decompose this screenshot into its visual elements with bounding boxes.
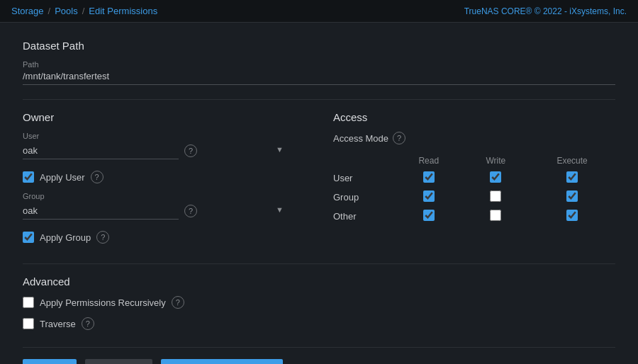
access-other-execute-checkbox[interactable]: [566, 210, 578, 221]
main-content: Dataset Path Path /mnt/tank/transfertest…: [0, 23, 638, 364]
access-other-read-cell: [395, 207, 462, 226]
topbar-truenas-info: TrueNAS CORE® © 2022 - iXsystems, Inc.: [464, 6, 627, 16]
access-mode-text: Access Mode: [333, 133, 388, 144]
group-dropdown-field: ▼ ?: [23, 203, 305, 220]
apply-group-label: Apply Group: [40, 232, 91, 243]
advanced-title: Advanced: [23, 275, 615, 288]
access-group-read-cell: [395, 188, 462, 207]
apply-user-row: Apply User ?: [23, 171, 305, 183]
access-group-execute-checkbox[interactable]: [566, 190, 578, 202]
use-acl-manager-button[interactable]: USE ACL MANAGER: [161, 359, 282, 364]
access-table-row: Other: [333, 207, 615, 226]
group-dropdown-arrow-icon: ▼: [276, 205, 284, 214]
access-user-read-cell: [395, 169, 462, 188]
breadcrumb-sep2: /: [82, 6, 85, 16]
user-dropdown-field: ▼ ?: [23, 142, 305, 159]
access-mode-help-icon[interactable]: ?: [393, 132, 405, 144]
access-row-label-other: Other: [333, 207, 395, 226]
apply-permissions-recursively-row: Apply Permissions Recursively ?: [23, 296, 615, 309]
traverse-checkbox[interactable]: [23, 318, 34, 329]
owner-title: Owner: [23, 111, 305, 123]
access-group-write-checkbox[interactable]: [490, 190, 501, 202]
access-other-write-cell: [462, 207, 529, 226]
access-group-read-checkbox[interactable]: [423, 190, 435, 202]
access-other-execute-cell: [529, 207, 615, 226]
user-help-icon[interactable]: ?: [184, 144, 197, 157]
access-row-label-group: Group: [333, 188, 395, 207]
path-value: /mnt/tank/transfertest: [23, 71, 615, 85]
access-table: Read Write Execute UserGroupOther: [333, 153, 615, 226]
access-user-write-checkbox[interactable]: [490, 171, 501, 183]
access-mode-label-row: Access Mode ?: [333, 132, 615, 144]
access-user-read-checkbox[interactable]: [423, 171, 435, 183]
apply-group-checkbox[interactable]: [23, 232, 34, 243]
breadcrumb-sep1: /: [48, 6, 51, 16]
access-row-label-user: User: [333, 169, 395, 188]
divider-2: [23, 263, 615, 264]
col-execute-header: Execute: [529, 153, 615, 169]
apply-permissions-recursively-help-icon[interactable]: ?: [172, 296, 184, 309]
owner-section: Owner User ▼ ? Apply User ? Group ▼: [23, 111, 305, 252]
access-group-write-cell: [462, 188, 529, 207]
traverse-row: Traverse ?: [23, 317, 615, 330]
access-section: Access Access Mode ? Read Write Execute …: [333, 111, 615, 252]
user-input[interactable]: [23, 142, 179, 159]
col-write-header: Write: [462, 153, 529, 169]
group-field-group: Group ▼ ?: [23, 192, 305, 220]
traverse-help-icon[interactable]: ?: [82, 317, 94, 330]
breadcrumb: Storage / Pools / Edit Permissions: [11, 6, 157, 16]
access-title: Access: [333, 111, 615, 123]
col-empty: [333, 153, 395, 169]
path-field: Path /mnt/tank/transfertest: [23, 60, 615, 85]
access-other-read-checkbox[interactable]: [423, 210, 435, 221]
apply-group-row: Apply Group ?: [23, 231, 305, 244]
breadcrumb-current: Edit Permissions: [89, 6, 157, 16]
dataset-path-title: Dataset Path: [23, 40, 615, 52]
advanced-section: Advanced Apply Permissions Recursively ?…: [23, 275, 615, 330]
owner-access-columns: Owner User ▼ ? Apply User ? Group ▼: [23, 111, 615, 252]
topbar: Storage / Pools / Edit Permissions TrueN…: [0, 0, 638, 23]
divider-1: [23, 99, 615, 100]
access-table-row: User: [333, 169, 615, 188]
access-user-execute-cell: [529, 169, 615, 188]
apply-user-label: Apply User: [40, 172, 85, 183]
dataset-path-section: Dataset Path Path /mnt/tank/transfertest: [23, 40, 615, 85]
group-input[interactable]: [23, 203, 179, 220]
access-user-write-cell: [462, 169, 529, 188]
apply-permissions-recursively-checkbox[interactable]: [23, 297, 34, 308]
access-table-row: Group: [333, 188, 615, 207]
group-help-icon[interactable]: ?: [184, 205, 197, 217]
apply-user-help-icon[interactable]: ?: [91, 171, 103, 183]
access-user-execute-checkbox[interactable]: [566, 171, 578, 183]
group-label: Group: [23, 192, 305, 200]
access-other-write-checkbox[interactable]: [490, 210, 501, 221]
col-read-header: Read: [395, 153, 462, 169]
user-label: User: [23, 132, 305, 140]
breadcrumb-storage[interactable]: Storage: [11, 6, 44, 16]
footer: SAVE CANCEL USE ACL MANAGER: [23, 347, 615, 364]
apply-permissions-recursively-label: Apply Permissions Recursively: [40, 297, 166, 308]
save-button[interactable]: SAVE: [23, 359, 77, 364]
apply-user-checkbox[interactable]: [23, 171, 34, 183]
traverse-label: Traverse: [40, 319, 76, 329]
apply-group-help-icon[interactable]: ?: [96, 231, 109, 244]
access-group-execute-cell: [529, 188, 615, 207]
path-label: Path: [23, 60, 615, 69]
cancel-button[interactable]: CANCEL: [85, 359, 153, 364]
breadcrumb-pools[interactable]: Pools: [55, 6, 78, 16]
user-field-group: User ▼ ?: [23, 132, 305, 159]
user-dropdown-arrow-icon: ▼: [276, 145, 284, 154]
